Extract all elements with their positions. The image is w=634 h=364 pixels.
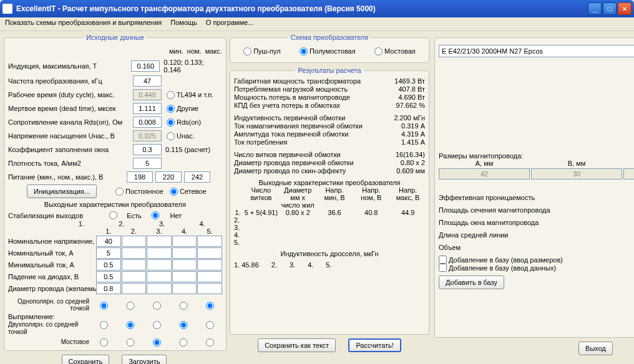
rds-input[interactable] (133, 117, 162, 128)
choke-5: 5. (326, 261, 331, 269)
imin-2-input[interactable] (122, 259, 147, 271)
dwire-3-input[interactable] (147, 283, 172, 294)
dwire-1-input[interactable] (96, 283, 121, 294)
init-button[interactable]: Инициализация... (27, 184, 97, 198)
fill-label: Коэффициент заполнения окна (8, 146, 133, 153)
rdson-radio[interactable] (167, 118, 175, 127)
vdiode-1-input[interactable] (96, 271, 121, 282)
vnom-5-input[interactable] (197, 236, 222, 247)
rect3-1-radio[interactable] (94, 338, 114, 347)
dwire-5-input[interactable] (197, 283, 222, 294)
imin-1-input[interactable] (96, 259, 121, 271)
rect3-4-radio[interactable] (173, 338, 194, 347)
full-radio[interactable] (374, 47, 383, 55)
rect1-2-radio[interactable] (120, 302, 141, 310)
rect2-3-radio[interactable] (147, 321, 167, 329)
usat-radio[interactable] (167, 132, 175, 140)
freq-input[interactable] (133, 75, 162, 87)
dwire-2-input[interactable] (122, 283, 147, 294)
vnom-2-input[interactable] (122, 236, 147, 247)
dens-input[interactable] (133, 158, 162, 169)
vnom-3-input[interactable] (147, 236, 172, 247)
out-row5-n: 5. (234, 239, 425, 246)
supply-max-input[interactable] (184, 171, 210, 183)
out-row1-turns: 5 + 5(4.91) (244, 209, 278, 216)
menu-schemes[interactable]: Показать схемы преобразования и выпрямле… (5, 19, 162, 29)
pcore-label: Мощность потерь в магнитопроводе (234, 93, 350, 101)
supply-min-input[interactable] (127, 171, 153, 183)
pgab-value: 1469.3 Вт (381, 77, 425, 85)
stab-no-radio[interactable] (142, 211, 168, 219)
an-label: Площадь окна магнитопровода (439, 219, 634, 226)
push-label: Пуш-пул (253, 47, 281, 55)
inom-4-input[interactable] (172, 247, 197, 259)
core-select[interactable]: E E42/21/30 2000HM N27 Epcos (439, 45, 634, 57)
calculate-button[interactable]: Рассчитать! (348, 338, 401, 352)
exit-button[interactable]: Выход (578, 342, 613, 355)
dens-label: Плотность тока, А/мм2 (8, 160, 133, 167)
maximize-button[interactable]: □ (603, 2, 617, 15)
other-radio[interactable] (167, 105, 175, 113)
rdson-label: Rds(on) (177, 118, 201, 126)
vnom-4-input[interactable] (172, 236, 197, 247)
eff-label: КПД без учета потерь в обмотках (234, 102, 340, 109)
tl494-radio[interactable] (167, 91, 175, 99)
size-c-input[interactable] (623, 168, 634, 180)
imin-5-input[interactable] (197, 259, 222, 271)
menu-about[interactable]: О программе... (206, 19, 253, 29)
add-sizes-checkbox[interactable] (439, 256, 447, 264)
dwire-4-input[interactable] (172, 283, 197, 294)
usat-input[interactable] (133, 130, 162, 141)
rect3-3-radio[interactable] (147, 338, 167, 347)
vdiode-3-input[interactable] (147, 271, 172, 282)
inom-label: Номинальный ток, А (8, 249, 95, 257)
rect1-4-radio[interactable] (173, 302, 194, 310)
add-data-checkbox[interactable] (439, 264, 447, 272)
add-to-db-button[interactable]: Добавить в базу (439, 275, 504, 289)
rect2-4-radio[interactable] (173, 321, 194, 329)
minimize-button[interactable]: _ (588, 2, 602, 15)
inom-5-input[interactable] (197, 247, 222, 259)
load-button[interactable]: Загрузить (122, 355, 167, 364)
freq-label: Частота преобразования, кГц (8, 77, 133, 85)
save-button[interactable]: Сохранить (62, 355, 110, 364)
half-radio[interactable] (300, 47, 308, 55)
duty-input[interactable] (133, 89, 162, 100)
size-a-input[interactable] (439, 168, 530, 180)
ps-ac-radio[interactable] (170, 188, 178, 196)
rect2-1-radio[interactable] (94, 321, 114, 329)
vdiode-4-input[interactable] (172, 271, 197, 282)
fill-input[interactable] (133, 144, 162, 155)
inom-2-input[interactable] (122, 247, 147, 259)
close-button[interactable]: × (618, 2, 632, 15)
rect3-2-radio[interactable] (120, 338, 141, 347)
ae-label: Площадь сечения магнитопровода (439, 206, 634, 214)
stab-yes-radio[interactable] (102, 211, 125, 219)
ps-const-radio[interactable] (115, 188, 124, 196)
vdiode-2-input[interactable] (122, 271, 147, 282)
rect1-1-radio[interactable] (94, 302, 114, 310)
inom-3-input[interactable] (147, 247, 172, 259)
vdiode-5-input[interactable] (197, 271, 222, 282)
stab-label: Стабилизация выходов (8, 212, 61, 219)
icons-value: 1.415 А (381, 138, 425, 146)
size-b-input[interactable] (531, 168, 622, 180)
imin-3-input[interactable] (147, 259, 172, 271)
imin-4-input[interactable] (172, 259, 197, 271)
dead-input[interactable] (133, 103, 162, 114)
rect1-3-radio[interactable] (147, 302, 167, 310)
menu-help[interactable]: Помощь (170, 19, 197, 29)
vnom-1-input[interactable] (96, 236, 121, 247)
induction-input[interactable] (131, 60, 160, 72)
out-sublegend: Выходные характеристики преобразователя (8, 201, 222, 208)
col2-label: 2. (102, 220, 142, 228)
save-text-button[interactable]: Сохранить как текст (258, 338, 336, 352)
eff-value: 97.662 % (381, 102, 425, 109)
push-radio[interactable] (243, 47, 251, 55)
rect1-5-radio[interactable] (200, 302, 220, 310)
rect2-5-radio[interactable] (200, 321, 220, 329)
supply-nom-input[interactable] (155, 171, 182, 183)
inom-1-input[interactable] (96, 247, 121, 259)
rect2-2-radio[interactable] (120, 321, 141, 329)
rect3-5-radio[interactable] (200, 338, 220, 347)
